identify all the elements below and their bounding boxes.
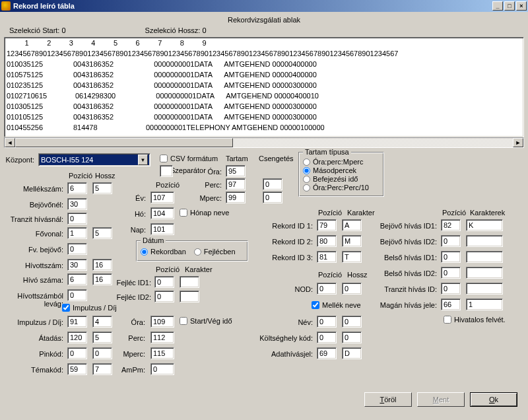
- tt-option4[interactable]: [303, 184, 310, 192]
- datum-group: Dátum Rekordban Fejlécben: [136, 240, 248, 262]
- ev-input[interactable]: [150, 192, 174, 203]
- kozpont-label: Központ:: [4, 156, 34, 164]
- magan-poz[interactable]: [441, 298, 461, 310]
- mellekszam-hossz[interactable]: [92, 182, 112, 194]
- hivoszama-hossz[interactable]: [92, 273, 112, 285]
- bejid1-kar[interactable]: [466, 219, 503, 231]
- datum-fejlecben[interactable]: [194, 248, 201, 256]
- fovonal-poz[interactable]: [67, 227, 87, 239]
- rekid3-kar[interactable]: [342, 251, 362, 263]
- belid2-poz[interactable]: [441, 267, 461, 279]
- maximize-button[interactable]: □: [504, 1, 515, 11]
- hivoszama-poz[interactable]: [67, 273, 87, 285]
- impdij-poz[interactable]: [67, 316, 87, 328]
- rekid1-kar[interactable]: [342, 219, 362, 231]
- csengetes-perc-input[interactable]: [263, 178, 282, 190]
- selection-start-label: Szelekció Start: 0: [9, 26, 66, 34]
- nod-poz[interactable]: [317, 283, 337, 295]
- adathiv-kar[interactable]: [342, 347, 362, 359]
- scroll-left-icon[interactable]: ◄: [5, 138, 15, 147]
- rekid2-poz[interactable]: [317, 235, 337, 247]
- rekid1-poz[interactable]: [317, 219, 337, 231]
- mperc2-input[interactable]: [150, 347, 174, 359]
- belid1-poz[interactable]: [441, 251, 461, 263]
- bejid2-poz[interactable]: [441, 235, 461, 247]
- tartam-ora-input[interactable]: [226, 165, 246, 177]
- csengetes-mperc-input[interactable]: [263, 192, 282, 203]
- pinkod-poz[interactable]: [67, 347, 87, 359]
- tranzit-poz[interactable]: [67, 213, 87, 225]
- startveg-checkbox[interactable]: Start/Vég idő: [180, 317, 232, 325]
- fvbejovo-poz[interactable]: [67, 243, 87, 255]
- hlevag-poz[interactable]: [67, 289, 87, 301]
- torol-button[interactable]: Töröl: [364, 392, 412, 407]
- nap-input[interactable]: [150, 223, 174, 235]
- minimize-button[interactable]: _: [492, 1, 503, 11]
- mellekszam-poz[interactable]: [67, 182, 87, 194]
- panel-title: Rekordvizsgálati ablak: [4, 15, 524, 26]
- horizontal-scrollbar[interactable]: ◄ ►: [4, 137, 524, 148]
- app-icon: [1, 1, 11, 11]
- honapneve-checkbox[interactable]: Hónap neve: [180, 209, 229, 217]
- fejlec1-poz[interactable]: [154, 276, 174, 288]
- csengetes-header: Csengetés: [259, 155, 294, 162]
- nod-hossz[interactable]: [342, 283, 362, 295]
- separator-input[interactable]: [160, 165, 173, 177]
- impdij-hossz[interactable]: [92, 316, 112, 328]
- nev-poz[interactable]: [317, 316, 337, 328]
- fejlec2-poz[interactable]: [154, 291, 174, 302]
- separator-label: Szeparátor: [170, 166, 206, 174]
- tartam-header: Tartam: [226, 155, 248, 162]
- tartam-mperc-input[interactable]: [226, 192, 246, 203]
- scroll-thumb[interactable]: [15, 138, 233, 147]
- tartam-perc-input[interactable]: [226, 178, 246, 190]
- ment-button[interactable]: Ment: [417, 392, 465, 407]
- temakod-poz[interactable]: [67, 363, 87, 375]
- pinkod-hossz[interactable]: [92, 347, 112, 359]
- fejlec2-kar[interactable]: [180, 291, 199, 302]
- fejlec1-kar[interactable]: [180, 276, 199, 288]
- scroll-right-icon[interactable]: ►: [513, 138, 523, 147]
- datum-rekordban[interactable]: [141, 248, 148, 256]
- atadas-hossz[interactable]: [92, 332, 112, 343]
- csv-checkbox[interactable]: CSV formátum: [160, 155, 218, 162]
- hivottszam-poz[interactable]: [67, 259, 87, 271]
- hivottszam-hossz[interactable]: [92, 259, 112, 271]
- mellekneve-checkbox[interactable]: Mellék neve: [312, 301, 361, 309]
- selection-length-label: Szelekció Hossz: 0: [145, 26, 207, 34]
- nev-hossz[interactable]: [342, 316, 362, 328]
- rekid2-kar[interactable]: [342, 235, 362, 247]
- tartam-tipus-group: Tartam típusa Óra:perc:Mperc Másodpercek…: [298, 152, 384, 197]
- atadas-poz[interactable]: [67, 332, 87, 343]
- temakod-hossz[interactable]: [92, 363, 112, 375]
- window-title: Rekord leíró tábla: [13, 2, 491, 10]
- ok-button[interactable]: Ok: [470, 392, 517, 407]
- ho-input[interactable]: [150, 207, 174, 219]
- record-viewer[interactable]: 1 2 3 4 5 6 7 8 9 1234567890123456789012…: [4, 37, 524, 137]
- ampm-input[interactable]: [150, 363, 174, 375]
- koltseg-hossz[interactable]: [342, 332, 362, 343]
- belid2-kar[interactable]: [466, 267, 503, 279]
- tranzitid-kar[interactable]: [466, 283, 503, 295]
- kozpont-combo[interactable]: BOSCH-I55 124 ▼: [38, 153, 150, 166]
- magan-kar[interactable]: [466, 298, 503, 310]
- perc2-input[interactable]: [150, 332, 174, 343]
- tt-option3[interactable]: [303, 176, 310, 183]
- close-button[interactable]: ×: [516, 1, 527, 11]
- rekid3-poz[interactable]: [317, 251, 337, 263]
- bejid1-poz[interactable]: [441, 219, 461, 231]
- adathiv-poz[interactable]: [317, 347, 337, 359]
- koltseg-poz[interactable]: [317, 332, 337, 343]
- belid1-kar[interactable]: [466, 251, 503, 263]
- chevron-down-icon[interactable]: ▼: [138, 155, 148, 165]
- tt-option2[interactable]: [303, 167, 310, 174]
- tt-option1[interactable]: [303, 158, 310, 166]
- hivatalos-checkbox[interactable]: Hivatalos felvét.: [444, 316, 506, 324]
- impdij-checkbox[interactable]: Impulzus / Díj: [62, 304, 117, 312]
- ora2-input[interactable]: [150, 316, 174, 328]
- bejid2-kar[interactable]: [466, 235, 503, 247]
- bejovonel-poz[interactable]: [67, 198, 87, 210]
- fovonal-hossz[interactable]: [92, 227, 112, 239]
- tranzitid-poz[interactable]: [441, 283, 461, 295]
